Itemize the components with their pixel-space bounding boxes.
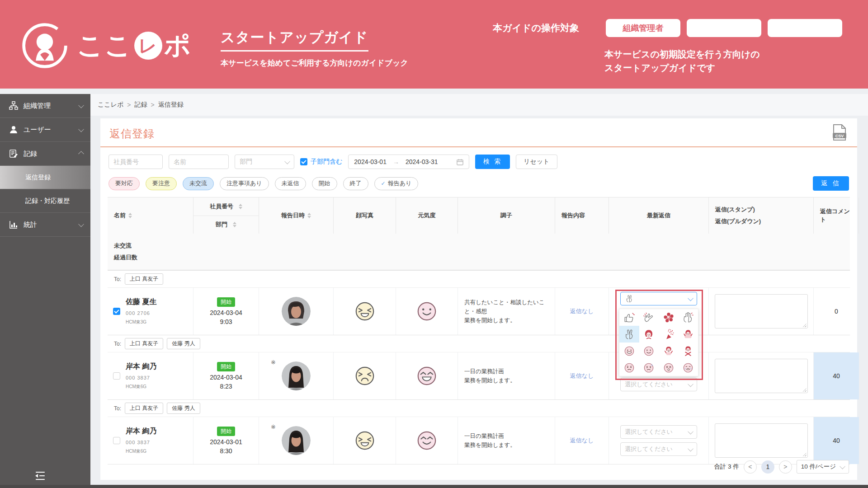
table-row: 岸本 絢乃 000 3837 HCM東6G 開始 2024-03-04 8:23…: [108, 352, 850, 399]
grin-face-icon[interactable]: [619, 343, 639, 359]
sort-icon[interactable]: [128, 213, 132, 218]
top-banner: ここレポ スタートアップガイド 本サービスを始めてご利用する方向けのガイドブック…: [0, 0, 868, 89]
date-range-picker[interactable]: 2024-03-01 → 2024-03-31: [348, 155, 469, 169]
party-popper-icon[interactable]: [659, 326, 679, 343]
to-row: To: 上口 真友子 佐藤 秀人: [108, 399, 850, 417]
sidebar-item-users[interactable]: ユーザー: [0, 118, 90, 142]
chip-needs-action[interactable]: 要対応: [108, 177, 140, 190]
smile-face-icon[interactable]: [639, 343, 659, 359]
to-row: To: 上口 真友子: [108, 270, 850, 287]
pulldown-select[interactable]: 選択してください: [620, 442, 697, 456]
svg-text:CSV: CSV: [835, 134, 844, 138]
sidebar-item-record-history[interactable]: 記録・対応履歴: [0, 189, 90, 213]
avatar: [282, 297, 311, 326]
name-input[interactable]: [169, 155, 229, 169]
ok-hand-icon[interactable]: [679, 309, 698, 326]
guide-title: スタートアップガイド: [221, 28, 368, 52]
chevron-down-icon: [78, 126, 84, 132]
girl-greeting-icon[interactable]: [639, 326, 659, 343]
page-size-select[interactable]: 10 件/ページ: [797, 460, 849, 474]
row-checkbox-unchecked[interactable]: [113, 437, 120, 444]
report-time: 8:23: [210, 383, 242, 390]
latest-reply-link[interactable]: 返信なし: [570, 436, 594, 445]
choshi-smile-face-icon: [416, 300, 438, 322]
sidebar-item-reply-registration[interactable]: 返信登録: [0, 166, 90, 189]
crying-face-icon[interactable]: [679, 359, 698, 376]
current-page[interactable]: 1: [761, 460, 774, 474]
peace-hand-icon[interactable]: [619, 326, 639, 343]
include-subdept-checkbox[interactable]: 子部門含む: [300, 158, 342, 166]
breadcrumb-home[interactable]: ここレポ: [98, 101, 123, 109]
report-date: 2024-03-01: [210, 438, 242, 446]
chip-started[interactable]: 開始: [312, 177, 337, 190]
role-blank-button-1[interactable]: [687, 19, 761, 37]
report-line: 一日の業務計画: [464, 367, 504, 376]
sort-icon[interactable]: [239, 204, 242, 209]
pulldown-select[interactable]: 選択してください: [620, 378, 697, 391]
chip-has-report[interactable]: ✓報告あり: [374, 177, 419, 190]
employee-name: 岸本 絢乃: [126, 362, 156, 371]
collapse-sidebar-icon[interactable]: [34, 470, 46, 482]
girl-crossed-arms-icon[interactable]: [679, 343, 698, 359]
row-checkbox-unchecked[interactable]: [113, 372, 120, 380]
employee-no-input[interactable]: [108, 155, 163, 169]
flower-icon[interactable]: [659, 309, 679, 326]
recipient-tag: 上口 真友子: [125, 273, 163, 285]
pagination: 合計 3 件 < 1 > 10 件/ページ: [714, 460, 849, 474]
stamp-select-open[interactable]: [620, 292, 697, 305]
csv-export-icon[interactable]: CSV: [832, 124, 847, 141]
reset-button[interactable]: リセット: [516, 155, 557, 169]
shocked-face-icon[interactable]: [659, 359, 679, 376]
latest-reply-link[interactable]: 返信なし: [570, 307, 594, 315]
girl-cheer-icon[interactable]: [659, 343, 679, 359]
reply-comment-textarea[interactable]: [715, 359, 808, 393]
girl-banzai-icon[interactable]: [679, 326, 698, 343]
chip-no-contact[interactable]: 未交流: [183, 177, 214, 190]
no-contact-days: 40: [833, 372, 840, 380]
date-to: 2024-03-31: [406, 158, 438, 165]
chevron-down-icon: [840, 463, 845, 469]
search-button[interactable]: 検 索: [475, 155, 510, 169]
sort-icon[interactable]: [233, 222, 236, 227]
latest-reply-link[interactable]: 返信なし: [570, 372, 594, 380]
employee-name: 岸本 絢乃: [126, 427, 156, 436]
chevron-down-icon: [284, 158, 290, 164]
role-blank-button-2[interactable]: [768, 19, 842, 37]
breadcrumb-records[interactable]: 記録: [135, 101, 147, 109]
status-badge: 開始: [217, 427, 235, 436]
cold-sweat-face-icon[interactable]: [639, 359, 659, 376]
reply-comment-textarea[interactable]: [715, 423, 808, 458]
prev-page-button[interactable]: <: [744, 460, 757, 474]
clapping-hands-icon[interactable]: [639, 309, 659, 326]
chip-ended[interactable]: 終了: [343, 177, 368, 190]
employee-dept: HCM東6G: [126, 448, 156, 455]
col-name: 名前: [108, 197, 193, 234]
table-record: To: 上口 真友子 佐藤 秀人 岸本 絢乃 000 3837 HCM東6G: [108, 399, 850, 465]
role-org-admin-button[interactable]: 組織管理者: [606, 19, 680, 37]
sidebar-item-org-management[interactable]: 組織管理: [0, 94, 90, 118]
col-latest-reply: 最新返信: [609, 197, 709, 234]
stamp-select[interactable]: 選択してください: [620, 425, 697, 439]
reply-comment-textarea[interactable]: [715, 294, 808, 328]
chip-caution[interactable]: 要注意: [146, 177, 177, 190]
reply-button[interactable]: 返 信: [813, 176, 849, 191]
choshi-happy-face-icon: [416, 430, 438, 451]
choshi-grin-face-icon: [416, 365, 438, 387]
chip-has-notes[interactable]: 注意事項あり: [220, 177, 269, 190]
thumbs-up-icon[interactable]: [619, 309, 639, 326]
row-checkbox-checked[interactable]: [113, 308, 120, 315]
next-page-button[interactable]: >: [779, 460, 792, 474]
app-logo: ここレポ: [21, 22, 192, 70]
sidebar-item-statistics[interactable]: 統計: [0, 213, 90, 237]
employee-dept: HCM東3G: [126, 319, 156, 325]
sort-icon[interactable]: [307, 213, 311, 218]
sidebar-item-records[interactable]: 記録: [0, 142, 90, 166]
worried-face-icon[interactable]: [619, 359, 639, 376]
page-title: 返信登録: [109, 127, 848, 141]
report-line: 共有したいこと・相談したいこと・感想: [464, 298, 552, 316]
genki-sad-face-icon: [354, 365, 376, 387]
chip-no-reply[interactable]: 未返信: [275, 177, 306, 190]
department-select[interactable]: 部門: [235, 155, 294, 169]
col-report-datetime: 報告日時: [259, 197, 334, 234]
record-icon: [9, 149, 18, 158]
